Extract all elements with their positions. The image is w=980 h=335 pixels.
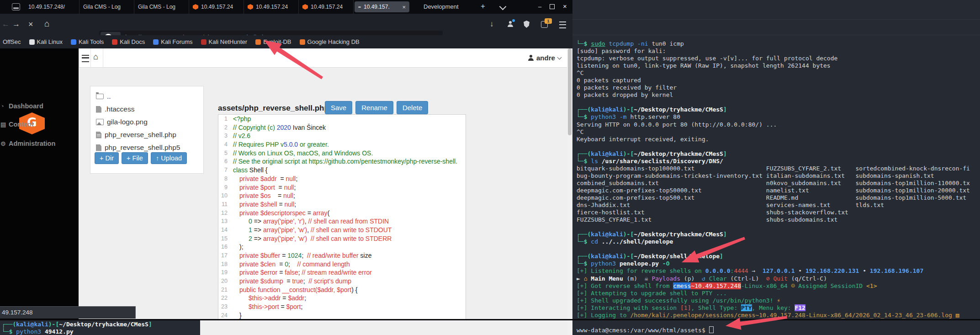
- sidebar-item-content[interactable]: ▤Content: [0, 120, 34, 129]
- terminal-text: ▤: [956, 312, 959, 319]
- code-text: 2 => array('pipe', 'w') // shell can wri…: [230, 234, 392, 243]
- browser-tab[interactable]: Gila CMS - Log: [79, 0, 134, 14]
- line-number: 18: [218, 260, 230, 269]
- file-item[interactable]: .htaccess: [96, 103, 203, 116]
- code-token: // command length: [297, 261, 350, 268]
- terminal-line: listening on tun0, link-type RAW (Raw IP…: [577, 62, 979, 69]
- terminal-text: [634, 40, 637, 47]
- upload-button[interactable]: ↑ Upload: [151, 152, 187, 164]
- code-token: // v2.6: [233, 132, 250, 139]
- downloads-icon[interactable]: ↓: [490, 20, 494, 29]
- tab-title: Gila CMS - Log: [138, 4, 175, 10]
- browser-tab[interactable]: 10.49.157.24: [189, 0, 244, 14]
- terminal-text: kali@kali: [591, 150, 623, 157]
- file-item[interactable]: php_reverse_shell.php: [96, 128, 203, 141]
- image-icon: [96, 119, 104, 125]
- bookmark-label: Kali Forums: [161, 38, 192, 45]
- sidebar-item-administration[interactable]: ⚙Administration: [0, 139, 55, 148]
- code-token: private $error: [239, 269, 277, 276]
- terminal-line: deepmagic.com-prefixes-top500.txt README…: [577, 194, 979, 202]
- terminal-line: └─$ python3 49412.py: [2, 328, 200, 335]
- code-token: Ivan Šincek: [291, 124, 326, 131]
- rename-button[interactable]: Rename: [355, 101, 393, 114]
- terminal-text: ]: [723, 106, 727, 113]
- bookmark-item[interactable]: OffSec: [3, 38, 21, 45]
- -dir-button[interactable]: + Dir: [95, 152, 119, 164]
- account-icon[interactable]: [507, 21, 513, 27]
- terminal-text: [598, 238, 602, 245]
- admin-menu-icon[interactable]: [82, 55, 89, 62]
- tab-development-label[interactable]: Development: [424, 3, 459, 10]
- code-token: =: [277, 201, 285, 208]
- user-menu[interactable]: andre: [528, 54, 561, 62]
- editor-buttons: SaveRenameDelete: [325, 101, 428, 114]
- sidebar-item-label: Administration: [9, 140, 55, 147]
- browser-tab[interactable]: 10.49.157.×: [355, 1, 409, 12]
- code-token: // Copyright (c): [233, 124, 277, 131]
- file-item[interactable]: gila-logo.png: [96, 116, 203, 128]
- file-item[interactable]: ..: [96, 90, 203, 103]
- tab-title: 10.49.157.248/: [28, 4, 65, 10]
- code-text: );: [230, 243, 244, 251]
- code-token: 2020: [277, 124, 291, 131]
- terminal-text: [+] Got reverse shell from: [577, 282, 673, 289]
- bookmark-item[interactable]: Kali Linux: [29, 38, 63, 45]
- bookmark-item[interactable]: Kali Forums: [153, 38, 192, 45]
- browser-tab[interactable]: Gila CMS - Log: [134, 0, 189, 14]
- background-terminal[interactable]: ┌──(kali@kali)-[~/Desktop/tryhackme/CMes…: [0, 320, 200, 335]
- bookmark-item[interactable]: Google Hacking DB: [300, 38, 360, 45]
- terminal-text: ~/Desktop/tryhackme/CMesS: [634, 106, 723, 113]
- file-name: php_reverse_shell.php5: [105, 144, 180, 152]
- shield-icon[interactable]: [524, 21, 530, 28]
- code-token: false: [285, 269, 298, 276]
- tab-list-chevron-icon[interactable]: [499, 3, 507, 11]
- terminal-line: [sudo] password for kali:: [577, 48, 979, 55]
- browser-tab[interactable]: 10.49.157.24: [299, 0, 354, 14]
- tab-strip: 10.49.157.248/Gila CMS - LogGila CMS - L…: [25, 0, 410, 14]
- scrollbar-thumb[interactable]: [568, 48, 572, 135]
- code-token: null: [284, 201, 294, 208]
- code-token: // stream read/write error: [302, 269, 372, 276]
- code-token: =: [277, 175, 286, 182]
- app-menu-icon[interactable]: [559, 21, 566, 28]
- file-icon: [96, 106, 101, 113]
- new-tab-button[interactable]: +: [481, 2, 485, 11]
- terminal-text: kali@kali: [16, 321, 48, 328]
- sidebar-item-dashboard[interactable]: ◔Dashboard: [0, 101, 43, 111]
- firefox-view-icon[interactable]: [12, 3, 20, 11]
- terminal-text: [659, 260, 662, 267]
- terminal-text: 192.168.220.131: [805, 267, 859, 274]
- terminal-line: [577, 143, 979, 150]
- stop-icon[interactable]: ×: [28, 20, 33, 29]
- back-icon[interactable]: ←: [2, 20, 10, 29]
- browser-tab[interactable]: 10.49.157.248/: [25, 0, 79, 14]
- save-button[interactable]: Save: [325, 101, 352, 114]
- terminal-cursor: [709, 326, 714, 333]
- code-line: 17private $buffer = 1024; // read/write …: [218, 251, 466, 260]
- admin-home-icon[interactable]: ⌂: [93, 52, 98, 62]
- terminal-text: /home/kali/.penelope/sessions/cmess~10.4…: [630, 312, 955, 319]
- code-token: null: [284, 184, 294, 191]
- delete-button[interactable]: Delete: [397, 101, 428, 114]
- bookmark-item[interactable]: Kali Docs: [112, 38, 145, 45]
- code-line: 20private $sdump = true; // script's dum…: [218, 277, 466, 286]
- -file-button[interactable]: + File: [122, 152, 148, 164]
- status-tooltip: 49.157.248: [0, 306, 136, 319]
- home-icon[interactable]: ⌂: [44, 19, 49, 29]
- bookmark-item[interactable]: Kali Tools: [71, 38, 104, 45]
- terminal-line: tcpdump: verbose output suppressed, use …: [577, 55, 979, 62]
- forward-icon[interactable]: →: [12, 20, 20, 29]
- browser-tab[interactable]: 10.49.157.24: [244, 0, 299, 14]
- terminal-text: FUZZSUBS_CYFARE_1.txt shubs-subdomains.t…: [577, 216, 837, 223]
- code-text: public function __construct($addr, $port…: [230, 286, 357, 294]
- terminal-text: └─$: [577, 238, 591, 245]
- window-minimize-button[interactable]: –: [538, 4, 541, 10]
- bookmark-item[interactable]: Kali NetHunter: [201, 38, 248, 45]
- sidebar-item-label: Dashboard: [9, 102, 43, 110]
- terminal-line: └─$ ls /usr/share/seclists/Discovery/DNS…: [577, 158, 979, 165]
- window-maximize-button[interactable]: [550, 4, 555, 9]
- window-close-button[interactable]: ×: [563, 3, 567, 9]
- tab-close-icon[interactable]: ×: [402, 4, 406, 11]
- terminal-line: ┌──(kali@kali)-[~/Desktop/tryhackme/CMes…: [577, 150, 979, 158]
- terminal-line: [577, 245, 979, 253]
